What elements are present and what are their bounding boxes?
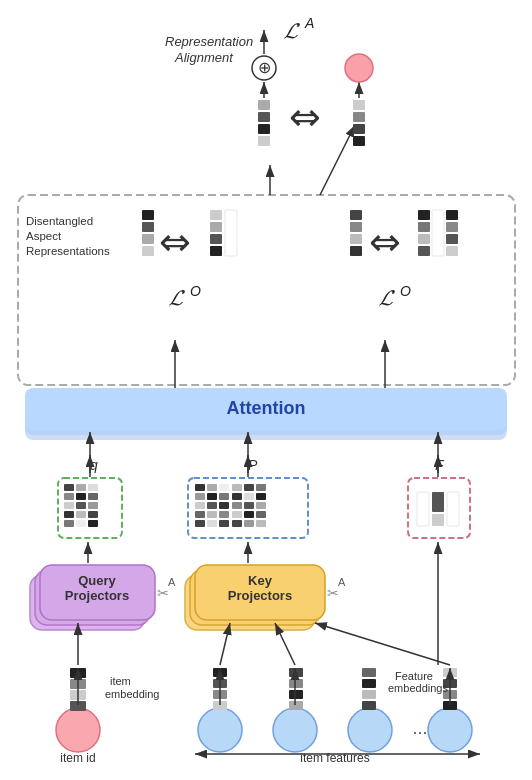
- svg-rect-142: [350, 222, 362, 232]
- svg-rect-151: [446, 222, 458, 232]
- svg-text:item features: item features: [300, 751, 369, 765]
- svg-text:𝓛: 𝓛: [168, 285, 185, 310]
- svg-rect-113: [417, 492, 429, 526]
- svg-rect-27: [289, 701, 303, 710]
- svg-rect-140: [225, 210, 237, 256]
- svg-rect-87: [219, 493, 229, 500]
- svg-rect-73: [76, 502, 86, 509]
- svg-text:Feature: Feature: [395, 670, 433, 682]
- svg-rect-69: [64, 493, 74, 500]
- svg-rect-143: [350, 234, 362, 244]
- svg-rect-145: [418, 210, 430, 220]
- svg-rect-102: [256, 493, 266, 500]
- svg-rect-109: [232, 520, 242, 527]
- svg-rect-137: [210, 222, 222, 232]
- attention-label: Attention: [227, 398, 306, 418]
- svg-rect-152: [446, 234, 458, 244]
- svg-point-8: [348, 708, 392, 752]
- svg-rect-66: [64, 484, 74, 491]
- svg-text:P: P: [248, 457, 258, 473]
- svg-text:item id: item id: [60, 751, 95, 765]
- svg-text:Projectors: Projectors: [65, 588, 129, 603]
- svg-rect-86: [207, 493, 217, 500]
- svg-rect-70: [76, 493, 86, 500]
- svg-rect-136: [210, 210, 222, 220]
- svg-rect-134: [142, 234, 154, 244]
- svg-rect-163: [258, 112, 270, 122]
- svg-rect-135: [142, 246, 154, 256]
- svg-rect-114: [432, 492, 444, 512]
- svg-rect-91: [195, 511, 205, 518]
- svg-rect-141: [350, 210, 362, 220]
- svg-text:𝓛: 𝓛: [378, 285, 395, 310]
- svg-rect-82: [195, 484, 205, 491]
- svg-rect-164: [258, 124, 270, 134]
- svg-rect-115: [447, 492, 459, 526]
- svg-text:𝓛: 𝓛: [283, 18, 300, 43]
- svg-text:embedding: embedding: [105, 688, 159, 700]
- svg-point-7: [273, 708, 317, 752]
- svg-text:Representations: Representations: [26, 245, 110, 257]
- svg-rect-110: [244, 520, 254, 527]
- svg-text:Projectors: Projectors: [228, 588, 292, 603]
- svg-rect-79: [76, 520, 86, 527]
- svg-rect-149: [432, 210, 444, 256]
- svg-rect-138: [210, 234, 222, 244]
- svg-point-9: [428, 708, 472, 752]
- svg-rect-108: [256, 511, 266, 518]
- svg-rect-153: [446, 246, 458, 256]
- svg-rect-88: [195, 502, 205, 509]
- svg-rect-169: [353, 136, 365, 146]
- svg-rect-148: [418, 246, 430, 256]
- svg-text:q: q: [90, 457, 98, 473]
- svg-text:⇔: ⇔: [369, 221, 401, 263]
- svg-rect-107: [244, 511, 254, 518]
- svg-text:Aspect: Aspect: [26, 230, 62, 242]
- svg-rect-31: [362, 701, 376, 710]
- svg-rect-76: [76, 511, 86, 518]
- svg-text:Query: Query: [78, 573, 116, 588]
- svg-point-175: [345, 54, 373, 82]
- svg-text:⇔: ⇔: [159, 221, 191, 263]
- diagram-container: item id item features ... item embedding…: [0, 0, 532, 780]
- svg-rect-101: [244, 493, 254, 500]
- svg-text:Alignment: Alignment: [174, 50, 234, 65]
- svg-rect-132: [142, 210, 154, 220]
- svg-text:Key: Key: [248, 573, 273, 588]
- svg-rect-150: [446, 210, 458, 220]
- svg-rect-105: [256, 502, 266, 509]
- svg-rect-96: [219, 520, 229, 527]
- svg-text:A: A: [304, 15, 314, 31]
- svg-text:...: ...: [412, 718, 427, 738]
- svg-rect-167: [353, 112, 365, 122]
- svg-text:F: F: [435, 457, 445, 473]
- svg-rect-83: [207, 484, 217, 491]
- svg-text:⇔: ⇔: [289, 96, 321, 138]
- svg-rect-144: [350, 246, 362, 256]
- svg-text:item: item: [110, 675, 131, 687]
- svg-rect-99: [256, 484, 266, 491]
- svg-rect-93: [219, 511, 229, 518]
- svg-rect-75: [64, 511, 74, 518]
- svg-rect-94: [195, 520, 205, 527]
- svg-rect-162: [258, 100, 270, 110]
- svg-rect-165: [258, 136, 270, 146]
- svg-text:⊕: ⊕: [258, 59, 271, 76]
- svg-rect-25: [289, 679, 303, 688]
- svg-rect-71: [88, 493, 98, 500]
- svg-rect-28: [362, 668, 376, 677]
- svg-rect-98: [244, 484, 254, 491]
- svg-rect-103: [232, 502, 242, 509]
- svg-point-4: [56, 708, 100, 752]
- svg-point-6: [198, 708, 242, 752]
- svg-rect-104: [244, 502, 254, 509]
- svg-rect-80: [88, 520, 98, 527]
- svg-rect-116: [432, 514, 444, 526]
- svg-rect-146: [418, 222, 430, 232]
- svg-rect-29: [362, 679, 376, 688]
- svg-rect-100: [232, 493, 242, 500]
- svg-text:A: A: [338, 576, 346, 588]
- svg-rect-67: [76, 484, 86, 491]
- svg-rect-133: [142, 222, 154, 232]
- svg-text:O: O: [400, 283, 411, 299]
